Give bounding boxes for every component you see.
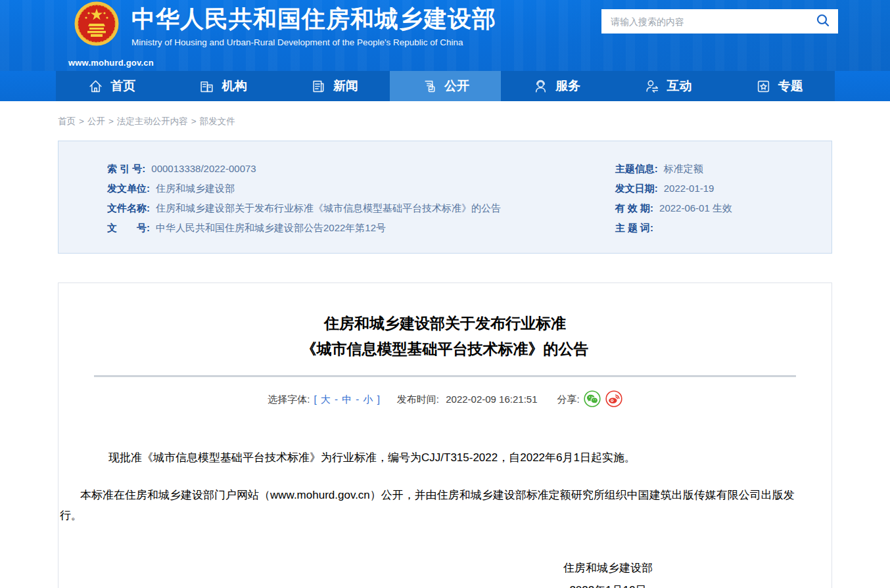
publish-time-value: 2022-02-09 16:21:51 <box>446 394 537 405</box>
nav-item-news[interactable]: 新闻 <box>279 71 390 101</box>
meta-row-subject-info: 主题信息:标准定额 <box>615 159 831 179</box>
weibo-icon <box>605 390 622 409</box>
meta-label: 文件名称: <box>107 202 150 214</box>
meta-value: 2022-01-19 <box>664 183 714 194</box>
font-select-label: 选择字体: <box>268 394 310 406</box>
disclosure-icon <box>421 78 438 95</box>
breadcrumb-separator: > <box>79 116 84 126</box>
nav-item-label: 新闻 <box>333 78 358 95</box>
article-title: 住房和城乡建设部关于发布行业标准 《城市信息模型基础平台技术标准》的公告 <box>59 311 831 362</box>
wechat-icon <box>584 390 601 409</box>
bracket: [ <box>314 394 316 405</box>
meta-row-index-number: 索 引 号:000013338/2022-00073 <box>107 159 615 179</box>
meta-row-effective-date: 有 效 期:2022-06-01 生效 <box>615 198 831 218</box>
dash: - <box>356 394 359 405</box>
nav-item-label: 互动 <box>667 78 692 95</box>
article-panel: 住房和城乡建设部关于发布行业标准 《城市信息模型基础平台技术标准》的公告 选择字… <box>58 283 832 588</box>
nav-item-topics[interactable]: 专题 <box>724 71 835 101</box>
site-banner: www.mohurd.gov.cn 中华人民共和国住房和城乡建设部 Minist… <box>0 0 890 71</box>
article-signature: 住房和城乡建设部 2022年1月19日 <box>523 557 693 588</box>
meta-row-keywords: 主 题 词: <box>615 218 831 238</box>
breadcrumb-separator: > <box>108 116 114 126</box>
weibo-share-button[interactable] <box>605 390 622 409</box>
font-size-selector: [ 大 - 中 - 小 ] <box>314 394 379 406</box>
site-url: www.mohurd.gov.cn <box>68 58 154 68</box>
nav-item-interaction[interactable]: 互动 <box>612 71 723 101</box>
wechat-share-button[interactable] <box>584 390 601 409</box>
meta-label: 索 引 号: <box>107 163 145 174</box>
bracket: ] <box>377 394 380 405</box>
breadcrumb-statutory-content[interactable]: 法定主动公开内容 <box>117 116 188 126</box>
article-paragraph: 本标准在住房和城乡建设部门户网站（www.mohurd.gov.cn）公开，并由… <box>60 485 805 526</box>
nav-item-label: 机构 <box>222 78 246 95</box>
organization-icon <box>199 78 215 95</box>
nav-item-service[interactable]: 服务 <box>501 71 612 101</box>
service-icon <box>532 78 549 95</box>
signature-date: 2022年1月19日 <box>523 579 693 588</box>
publish-time: 发布时间: 2022-02-09 16:21:51 <box>397 394 538 406</box>
breadcrumb-home[interactable]: 首页 <box>58 116 76 126</box>
breadcrumb-separator: > <box>191 116 197 126</box>
home-icon <box>87 78 104 95</box>
meta-row-document-name: 文件名称:住房和城乡建设部关于发布行业标准《城市信息模型基础平台技术标准》的公告 <box>107 198 615 218</box>
meta-label: 发文单位: <box>107 183 150 194</box>
meta-label: 有 效 期: <box>615 202 653 214</box>
meta-value: 中华人民共和国住房和城乡建设部公告2022年第12号 <box>156 222 386 233</box>
article-toolbar: 选择字体: [ 大 - 中 - 小 ] 发布时间: 2022-02-09 16:… <box>59 390 831 409</box>
meta-row-issue-date: 发文日期:2022-01-19 <box>615 179 831 198</box>
meta-value: 住房和城乡建设部 <box>156 183 235 194</box>
breadcrumb-disclosure[interactable]: 公开 <box>87 116 105 126</box>
search-input[interactable] <box>601 9 808 34</box>
dash: - <box>335 394 338 405</box>
main-navigation: 首页 机构 新闻 公开 服务 <box>0 71 890 101</box>
meta-row-issuing-unit: 发文单位:住房和城乡建设部 <box>107 179 615 198</box>
search-button[interactable] <box>808 9 838 34</box>
title-divider <box>94 375 796 377</box>
publish-time-label: 发布时间: <box>397 394 439 405</box>
breadcrumb: 首页>公开>法定主动公开内容>部发文件 <box>58 116 890 126</box>
article-body: 现批准《城市信息模型基础平台技术标准》为行业标准，编号为CJJ/T315-202… <box>59 447 831 588</box>
article-paragraph: 现批准《城市信息模型基础平台技术标准》为行业标准，编号为CJJ/T315-202… <box>60 447 805 468</box>
nav-item-home[interactable]: 首页 <box>56 71 167 101</box>
meta-label: 发文日期: <box>615 183 658 194</box>
site-title-en: Ministry of Housing and Urban-Rural Deve… <box>131 37 496 47</box>
site-title-cn: 中华人民共和国住房和城乡建设部 <box>131 5 496 34</box>
meta-value: 000013338/2022-00073 <box>151 163 256 174</box>
breadcrumb-ministry-documents: 部发文件 <box>200 116 235 126</box>
news-icon <box>310 78 327 95</box>
meta-value: 2022-06-01 生效 <box>659 202 732 214</box>
topics-icon <box>755 78 772 95</box>
font-size-small-link[interactable]: 小 <box>363 394 373 405</box>
search-box <box>601 9 838 34</box>
meta-value: 标准定额 <box>664 163 703 174</box>
article-title-line2: 《城市信息模型基础平台技术标准》的公告 <box>59 336 831 362</box>
meta-label: 主 题 词: <box>615 222 653 233</box>
meta-value: 住房和城乡建设部关于发布行业标准《城市信息模型基础平台技术标准》的公告 <box>156 202 501 214</box>
article-title-line1: 住房和城乡建设部关于发布行业标准 <box>59 311 831 336</box>
china-national-emblem-icon <box>74 1 119 46</box>
nav-item-label: 首页 <box>110 78 135 95</box>
meta-label: 主题信息: <box>615 163 658 174</box>
nav-item-label: 公开 <box>444 78 469 95</box>
interaction-icon <box>644 78 661 95</box>
document-meta-panel: 索 引 号:000013338/2022-00073 发文单位:住房和城乡建设部… <box>58 141 832 254</box>
nav-item-disclosure[interactable]: 公开 <box>390 71 501 101</box>
search-icon <box>815 12 831 30</box>
nav-item-label: 服务 <box>555 78 580 95</box>
font-size-large-link[interactable]: 大 <box>321 394 331 405</box>
nav-item-label: 专题 <box>778 78 803 95</box>
meta-row-document-number: 文 号:中华人民共和国住房和城乡建设部公告2022年第12号 <box>107 218 615 238</box>
share-label: 分享: <box>557 394 580 406</box>
font-size-medium-link[interactable]: 中 <box>342 394 352 405</box>
meta-label: 文 号: <box>107 222 150 233</box>
signature-organization: 住房和城乡建设部 <box>523 557 693 579</box>
nav-item-organization[interactable]: 机构 <box>167 71 278 101</box>
